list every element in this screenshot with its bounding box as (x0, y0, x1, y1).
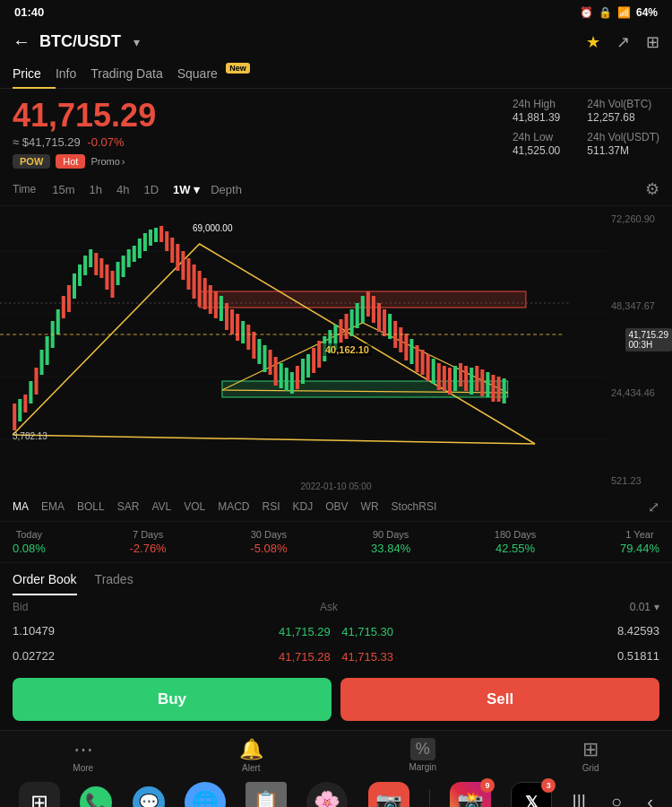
svg-rect-71 (350, 309, 354, 336)
y-label-4: 521.23 (611, 475, 668, 486)
perf-30d: 30 Days -5.08% (250, 529, 287, 555)
home-button[interactable]: ○ (611, 792, 622, 807)
chart-settings-icon[interactable]: ⚙ (645, 179, 659, 199)
chart-high-label: 69,000.00 (193, 223, 233, 233)
filter-dropdown-icon: ▾ (654, 601, 659, 613)
more-icon: ⋯ (73, 738, 93, 761)
ob-filter[interactable]: 0.01 ▾ (630, 601, 659, 613)
app-camera[interactable]: 📷 (368, 782, 409, 807)
svg-rect-12 (29, 381, 32, 404)
chart-mid-label: 40,162.10 (323, 343, 372, 356)
nav-margin[interactable]: % Margin (409, 738, 436, 772)
indicator-kdj[interactable]: KDJ (293, 500, 314, 513)
recent-apps-button[interactable]: ||| (572, 792, 586, 807)
share-icon[interactable]: ↗ (616, 32, 630, 52)
svg-rect-83 (415, 345, 418, 372)
app-phone[interactable]: 📞 (80, 786, 112, 807)
svg-rect-29 (122, 256, 125, 277)
stat-low-label: 24h Low 41,525.00 (513, 131, 560, 157)
header-icons: ★ ↗ ⊞ (586, 32, 659, 52)
price-usd: ≈ $41,715.29 -0.07% (13, 135, 156, 149)
status-right: ⏰ 🔒 📶 64% (580, 6, 658, 19)
tab-trading-data[interactable]: Trading Data (90, 59, 177, 88)
y-label-2: 48,347.67 (611, 300, 668, 311)
timeframe-4h[interactable]: 4h (109, 179, 136, 200)
svg-rect-26 (105, 265, 108, 290)
tab-info[interactable]: Info (56, 59, 90, 88)
favorite-icon[interactable]: ★ (586, 32, 600, 52)
app-flower[interactable]: 🌸 (306, 782, 348, 807)
app-message[interactable]: 💬 (133, 786, 165, 807)
nav-alert[interactable]: 🔔 Alert (239, 738, 263, 773)
svg-rect-24 (94, 253, 98, 275)
svg-rect-48 (225, 303, 228, 330)
indicator-obv[interactable]: OBV (325, 500, 348, 513)
app-instagram[interactable]: 📸 9 (450, 782, 491, 807)
svg-rect-76 (377, 303, 381, 332)
indicator-macd[interactable]: MACD (218, 500, 249, 513)
stat-vol-usdt: 24h Vol(USDT) 511.37M (587, 131, 659, 157)
indicator-wr[interactable]: WR (361, 500, 379, 513)
header: ← BTC/USDT ▾ ★ ↗ ⊞ (0, 24, 672, 59)
svg-rect-91 (459, 363, 462, 386)
svg-rect-25 (99, 258, 103, 278)
indicator-vol[interactable]: VOL (184, 500, 205, 513)
badge-pow: POW (13, 154, 50, 169)
buy-button[interactable]: Buy (13, 678, 332, 721)
indicator-boll[interactable]: BOLL (77, 500, 105, 513)
indicator-stochrsi[interactable]: StochRSI (392, 500, 437, 513)
indicator-ema[interactable]: EMA (41, 500, 65, 513)
battery: 64% (636, 6, 658, 19)
ask-prices-2: 41,715.28 41,715.33 (279, 648, 393, 664)
svg-rect-31 (133, 246, 136, 262)
depth-button[interactable]: Depth (211, 183, 242, 196)
back-button[interactable]: ← (13, 31, 30, 52)
tab-trades[interactable]: Trades (95, 572, 134, 595)
app-twitter[interactable]: 𝕏 3 (511, 782, 552, 807)
app-clipboard[interactable]: 📋 (246, 782, 287, 807)
current-price-tag: 41,715.29 00:3H (625, 328, 673, 351)
back-nav-button[interactable]: ‹ (647, 792, 653, 807)
svg-rect-38 (170, 238, 174, 263)
app-divider (429, 789, 430, 807)
app-dots[interactable]: ⊞ (19, 782, 60, 807)
bottom-nav: ⋯ More 🔔 Alert % Margin ⊞ Grid (0, 730, 672, 777)
system-nav: ||| ○ ‹ (572, 792, 652, 807)
nav-more[interactable]: ⋯ More (73, 738, 93, 773)
indicator-ma[interactable]: MA (13, 500, 29, 513)
instagram-badge: 9 (480, 778, 495, 793)
tab-square[interactable]: Square New (177, 59, 246, 88)
trading-pair[interactable]: BTC/USDT (39, 32, 121, 51)
stat-vol-btc: 24h Vol(BTC) 12,257.68 (587, 98, 659, 124)
perf-today: Today 0.08% (13, 529, 46, 555)
indicator-avl[interactable]: AVL (151, 500, 171, 513)
nav-grid[interactable]: ⊞ Grid (582, 738, 599, 773)
app-browser[interactable]: 🌐 (185, 782, 226, 807)
bid-label: Bid (13, 601, 28, 613)
tab-order-book[interactable]: Order Book (13, 572, 77, 595)
indicator-rsi[interactable]: RSI (263, 500, 280, 513)
svg-rect-57 (274, 357, 278, 386)
svg-rect-99 (503, 378, 506, 404)
svg-rect-52 (246, 325, 250, 350)
sell-button[interactable]: Sell (340, 678, 659, 721)
timeframe-1w[interactable]: 1W ▾ (166, 179, 207, 200)
perf-90d-value: 33.84% (371, 542, 410, 555)
grid-view-icon[interactable]: ⊞ (646, 32, 659, 52)
svg-rect-33 (143, 233, 147, 251)
timeframe-15m[interactable]: 15m (45, 179, 82, 200)
indicator-expand-icon[interactable]: ⤢ (648, 499, 659, 516)
timeframe-1d[interactable]: 1D (136, 179, 166, 200)
svg-rect-23 (89, 249, 92, 267)
indicator-sar[interactable]: SAR (117, 500, 140, 513)
price-right: 24h High 41,881.39 24h Low 41,525.00 24h… (513, 98, 659, 157)
bid-amount-1: 1.10479 (13, 624, 55, 638)
svg-rect-44 (203, 278, 207, 309)
svg-rect-54 (257, 339, 261, 364)
tab-price[interactable]: Price (13, 59, 56, 88)
pair-dropdown-icon[interactable]: ▾ (134, 35, 140, 49)
action-buttons: Buy Sell (0, 669, 672, 730)
timeframe-1h[interactable]: 1h (82, 179, 109, 200)
svg-rect-35 (154, 228, 158, 242)
svg-rect-97 (491, 375, 495, 402)
